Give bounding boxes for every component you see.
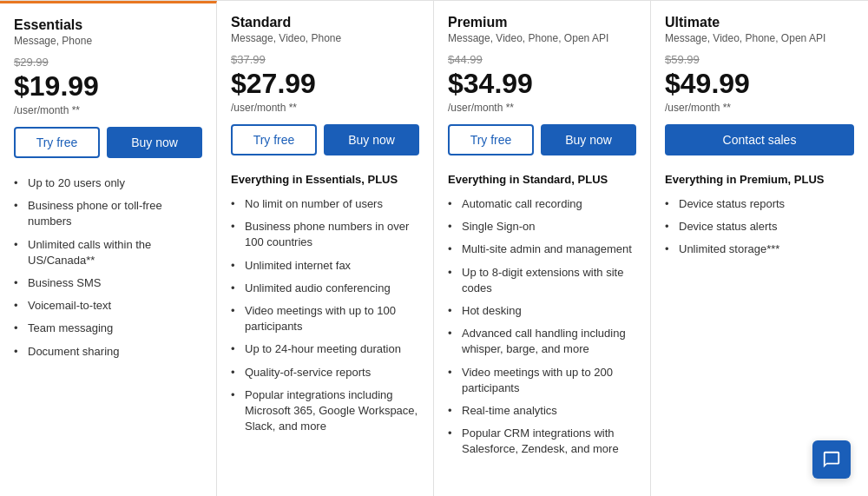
plan-ultimate: Ultimate Message, Video, Phone, Open API… <box>651 1 868 496</box>
btn-row-premium: Try free Buy now <box>448 124 636 155</box>
list-item: Up to 8-digit extensions with site codes <box>448 265 636 296</box>
price-note-essentials: /user/month ** <box>14 104 202 116</box>
feature-list-premium: Automatic call recording Single Sign-on … <box>448 196 636 457</box>
plan-name-ultimate: Ultimate <box>665 15 854 30</box>
plan-tagline-ultimate: Message, Video, Phone, Open API <box>665 32 854 44</box>
list-item: Business SMS <box>14 275 202 291</box>
plan-essentials: Essentials Message, Phone $29.99 $19.99 … <box>0 1 217 496</box>
original-price-standard: $37.99 <box>231 53 419 66</box>
current-price-ultimate: $49.99 <box>665 68 854 100</box>
try-free-button-premium[interactable]: Try free <box>448 124 534 155</box>
feature-list-ultimate: Device status reports Device status aler… <box>665 196 854 258</box>
list-item: Popular integrations including Microsoft… <box>231 387 419 435</box>
chat-icon <box>822 450 841 469</box>
list-item: Voicemail-to-text <box>14 298 202 314</box>
list-item: Single Sign-on <box>448 219 636 235</box>
btn-row-essentials: Try free Buy now <box>14 127 202 158</box>
try-free-button-standard[interactable]: Try free <box>231 124 317 155</box>
list-item: No limit on number of users <box>231 196 419 212</box>
list-item: Real-time analytics <box>448 403 636 419</box>
original-price-ultimate: $59.99 <box>665 53 854 66</box>
plan-tagline-essentials: Message, Phone <box>14 35 202 47</box>
current-price-premium: $34.99 <box>448 68 636 100</box>
list-item: Multi-site admin and management <box>448 241 636 257</box>
list-item: Device status reports <box>665 196 854 212</box>
list-item: Hot desking <box>448 303 636 319</box>
list-item: Unlimited calls within the US/Canada** <box>14 237 202 268</box>
plan-premium: Premium Message, Video, Phone, Open API … <box>434 1 651 496</box>
feature-list-standard: No limit on number of users Business pho… <box>231 196 419 434</box>
list-item: Quality-of-service reports <box>231 365 419 380</box>
current-price-standard: $27.99 <box>231 68 419 100</box>
plan-name-standard: Standard <box>231 15 419 30</box>
price-note-ultimate: /user/month ** <box>665 102 854 114</box>
chat-widget[interactable] <box>812 440 851 479</box>
list-item: Up to 24-hour meeting duration <box>231 341 419 357</box>
feature-list-essentials: Up to 20 users only Business phone or to… <box>14 175 202 360</box>
contact-sales-button[interactable]: Contact sales <box>665 124 854 155</box>
list-item: Unlimited internet fax <box>231 258 419 274</box>
list-item: Video meetings with up to 200 participan… <box>448 365 636 396</box>
section-label-premium: Everything in Standard, PLUS <box>448 173 636 186</box>
list-item: Business phone numbers in over 100 count… <box>231 219 419 250</box>
list-item: Team messaging <box>14 321 202 336</box>
buy-now-button-premium[interactable]: Buy now <box>541 124 636 155</box>
list-item: Up to 20 users only <box>14 175 202 191</box>
btn-row-standard: Try free Buy now <box>231 124 419 155</box>
try-free-button-essentials[interactable]: Try free <box>14 127 100 158</box>
plan-tagline-standard: Message, Video, Phone <box>231 32 419 44</box>
plan-name-premium: Premium <box>448 15 636 30</box>
buy-now-button-standard[interactable]: Buy now <box>324 124 419 155</box>
list-item: Business phone or toll-free numbers <box>14 198 202 229</box>
original-price-premium: $44.99 <box>448 53 636 66</box>
list-item: Unlimited storage*** <box>665 241 854 257</box>
list-item: Automatic call recording <box>448 196 636 212</box>
section-label-ultimate: Everything in Premium, PLUS <box>665 173 854 186</box>
price-note-standard: /user/month ** <box>231 102 419 114</box>
original-price-essentials: $29.99 <box>14 56 202 69</box>
section-label-standard: Everything in Essentials, PLUS <box>231 173 419 186</box>
pricing-grid: Essentials Message, Phone $29.99 $19.99 … <box>0 0 868 496</box>
plan-tagline-premium: Message, Video, Phone, Open API <box>448 32 636 44</box>
list-item: Popular CRM integrations with Salesforce… <box>448 426 636 457</box>
plan-name-essentials: Essentials <box>14 17 202 33</box>
price-note-premium: /user/month ** <box>448 102 636 114</box>
list-item: Device status alerts <box>665 219 854 235</box>
list-item: Advanced call handling including whisper… <box>448 326 636 357</box>
list-item: Video meetings with up to 100 participan… <box>231 303 419 334</box>
buy-now-button-essentials[interactable]: Buy now <box>107 127 202 158</box>
list-item: Unlimited audio conferencing <box>231 281 419 296</box>
list-item: Document sharing <box>14 344 202 360</box>
plan-standard: Standard Message, Video, Phone $37.99 $2… <box>217 1 434 496</box>
current-price-essentials: $19.99 <box>14 70 202 103</box>
